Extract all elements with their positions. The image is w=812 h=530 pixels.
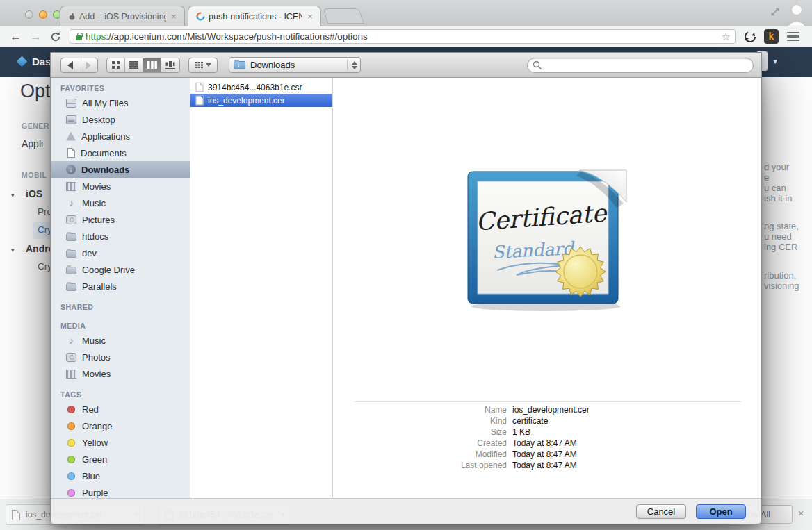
sidebar-item-music[interactable]: ♪Music: [51, 194, 190, 211]
ios-expand-caret-icon[interactable]: ▾: [11, 192, 15, 199]
sidebar-item-media-movies[interactable]: Movies: [51, 365, 190, 382]
open-button[interactable]: Open: [696, 504, 746, 519]
purple-tag-icon: [67, 489, 75, 497]
back-button[interactable]: [61, 58, 79, 72]
action-menu-button[interactable]: [189, 58, 217, 72]
padlock-icon: [76, 35, 82, 40]
caret-down-icon: [206, 63, 211, 67]
sidebar-item-dev[interactable]: dev: [51, 245, 190, 261]
preview-divider: [354, 401, 742, 402]
sidebar-item-media-music[interactable]: ♪Music: [51, 332, 190, 349]
finder-sidebar: FAVORITES All My Files Desktop Applicati…: [51, 78, 190, 498]
header-dropdown-caret-icon[interactable]: ▾: [773, 56, 777, 66]
detail-value: Today at 8:47 AM: [512, 449, 577, 460]
sidebar-tag-orange[interactable]: Orange: [51, 417, 190, 434]
nav-item-application[interactable]: Appli: [22, 138, 43, 149]
profile-avatar[interactable]: [786, 1, 808, 26]
forward-button[interactable]: [79, 58, 97, 72]
tab-close-icon[interactable]: ×: [305, 11, 315, 22]
sidebar-item-htdocs[interactable]: htdocs: [51, 228, 190, 245]
detail-value: 1 KB: [512, 427, 530, 438]
detail-label: Created: [333, 438, 507, 449]
detail-label: Last opened: [333, 460, 507, 471]
bookmark-star-icon[interactable]: ☆: [722, 31, 731, 43]
file-icon: [12, 510, 20, 520]
sidebar-item-downloads[interactable]: ↓Downloads: [51, 161, 190, 178]
file-list-column: 3914bc454...4063b1e.csr ios_development.…: [190, 78, 333, 498]
red-tag-icon: [67, 406, 75, 413]
column-view-button[interactable]: [143, 58, 161, 72]
search-field[interactable]: [527, 58, 754, 73]
location-dropdown[interactable]: Downloads: [229, 57, 361, 73]
folder-icon: [66, 267, 76, 274]
tab-close-icon[interactable]: ×: [169, 11, 179, 22]
sidebar-item-pictures[interactable]: Pictures: [51, 211, 190, 228]
file-row-cer-selected[interactable]: ios_development.cer: [190, 94, 332, 107]
green-tag-icon: [67, 456, 75, 463]
reload-button[interactable]: [50, 31, 61, 42]
android-expand-caret-icon[interactable]: ▾: [11, 247, 15, 254]
sidebar-item-media-photos[interactable]: Photos: [51, 349, 190, 365]
window-close-button[interactable]: [25, 10, 33, 19]
sidebar-item-documents[interactable]: Documents: [51, 144, 190, 161]
browser-tab-push-notifications[interactable]: push-notifications - ICENIU ×: [188, 6, 321, 26]
sidebar-item-google-drive[interactable]: Google Drive: [51, 261, 190, 278]
back-button[interactable]: ←: [10, 30, 22, 44]
shelf-close-icon[interactable]: ×: [798, 508, 804, 519]
sync-extension-icon[interactable]: [744, 31, 756, 43]
detail-value: Today at 8:47 AM: [512, 438, 577, 449]
sidebar-tag-green[interactable]: Green: [51, 451, 190, 467]
preview-pane: Certificate Standard Nameios_development…: [333, 78, 761, 498]
sidebar-item-movies[interactable]: Movies: [51, 178, 190, 194]
app-header-title: Das: [32, 56, 51, 67]
k-extension-icon[interactable]: k: [764, 29, 779, 44]
url-bar[interactable]: https ://app.icenium.com/Mist/Workspace/…: [70, 29, 736, 44]
browser-tab-provisioning[interactable]: Add – iOS Provisioning Pro ×: [60, 6, 185, 26]
detail-value: Today at 8:47 AM: [512, 460, 577, 471]
sidebar-tag-red[interactable]: Red: [51, 401, 190, 417]
sidebar-tag-yellow[interactable]: Yellow: [51, 434, 190, 451]
sidebar-item-applications[interactable]: Applications: [51, 128, 190, 144]
icon-view-button[interactable]: [107, 58, 125, 72]
sidebar-tag-purple[interactable]: Purple: [51, 484, 190, 498]
search-icon: [533, 60, 542, 70]
help-text-fragment: u can: [764, 183, 786, 193]
cancel-button[interactable]: Cancel: [636, 504, 686, 519]
orange-tag-icon: [67, 422, 75, 430]
folder-icon: [66, 283, 76, 291]
sidebar-item-desktop[interactable]: Desktop: [51, 111, 190, 128]
help-text-fragment: u need: [764, 231, 792, 242]
detail-label: Size: [333, 427, 507, 438]
coverflow-view-button[interactable]: [161, 58, 179, 72]
apple-icon: [67, 12, 76, 22]
sidebar-tag-blue[interactable]: Blue: [51, 467, 190, 484]
file-row-csr[interactable]: 3914bc454...4063b1e.csr: [190, 81, 332, 94]
pictures-icon: [66, 215, 76, 224]
help-text-fragment: e: [764, 172, 769, 183]
section-favorites: FAVORITES: [51, 82, 190, 94]
coverflow-view-icon: [165, 61, 175, 69]
location-label: Downloads: [250, 60, 347, 70]
nav-item-ios[interactable]: iOS: [26, 188, 42, 199]
window-minimize-button[interactable]: [39, 10, 47, 19]
music-icon: ♪: [66, 199, 76, 208]
folder-icon: [66, 250, 76, 258]
tab-title: push-notifications - ICENIU: [209, 12, 302, 22]
browser-toolbar: ← → https ://app.icenium.com/Mist/Worksp…: [0, 26, 812, 47]
expand-icon[interactable]: [770, 7, 780, 17]
sidebar-item-all-my-files[interactable]: All My Files: [51, 94, 190, 111]
menu-icon[interactable]: [787, 32, 799, 42]
forward-button[interactable]: →: [30, 30, 42, 44]
nav-group-mobile: MOBIL: [22, 171, 47, 179]
detail-value: certificate: [512, 415, 548, 427]
sidebar-item-parallels[interactable]: Parallels: [51, 278, 190, 295]
section-shared: SHARED: [51, 301, 190, 313]
detail-label: Kind: [333, 415, 507, 427]
list-view-button[interactable]: [125, 58, 143, 72]
new-tab-button[interactable]: [323, 8, 364, 24]
file-name: 3914bc454...4063b1e.csr: [208, 83, 302, 92]
detail-value: ios_development.cer: [512, 404, 590, 415]
all-my-files-icon: [66, 99, 76, 108]
help-text-fragment: d your: [764, 162, 789, 172]
help-text-fragment: ng state,: [764, 221, 799, 231]
